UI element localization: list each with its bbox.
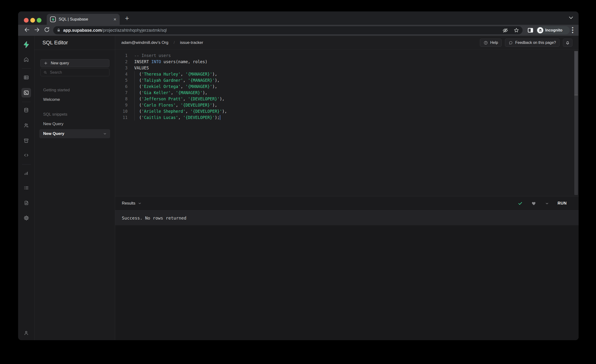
favorite-heart-icon[interactable] [531,201,536,206]
code-text[interactable]: ('Arielle Shepherd', '{DEVELOPER}'), [127,108,227,114]
code-line[interactable]: 9 ('Carlo Flores', '{DEVELOPER}'), [115,102,579,108]
code-text[interactable]: ('Taliyah Gardner', '{MANAGER}'), [127,77,220,83]
side-panel-icon[interactable] [527,27,534,33]
breadcrumb-project[interactable]: issue-tracker [180,40,203,45]
table-editor-icon[interactable] [22,73,31,82]
notifications-bell-button[interactable] [563,39,572,47]
chevron-down-icon[interactable] [103,132,107,136]
rail-divider [22,68,31,69]
supabase-logo-icon[interactable] [22,40,31,49]
sidebar-item-label: Welcome [43,97,60,102]
run-button[interactable]: RUN [558,201,567,206]
results-empty-area [115,225,579,340]
reports-icon[interactable] [22,169,31,178]
account-person-icon[interactable] [22,328,31,338]
edge-functions-icon[interactable] [22,150,31,160]
main-header: adam@windmill.dev's Org / issue-tracker … [115,36,579,50]
window-zoom-button[interactable] [37,18,41,23]
code-text[interactable]: ('Ezekiel Ortega', '{MANAGER}'), [127,83,217,90]
line-number: 2 [115,59,127,65]
password-hidden-icon[interactable] [502,27,508,33]
logs-icon[interactable] [22,183,31,193]
search-input[interactable] [50,70,106,74]
code-line[interactable]: 5 ('Taliyah Gardner', '{MANAGER}'), [115,77,579,83]
code-line[interactable]: 11 ('Caitlin Lucas', '{DEVELOPER}'); [115,114,579,121]
results-message-row: Success. No rows returned [115,210,579,225]
code-text[interactable]: ('Caitlin Lucas', '{DEVELOPER}'); [127,114,220,121]
code-text[interactable]: ('Carlo Flores', '{DEVELOPER}'), [127,102,217,108]
search-box[interactable] [40,68,109,76]
help-button[interactable]: Help [480,39,502,47]
help-button-label: Help [490,41,498,45]
url-text: app.supabase.com/project/azahtnhqohyjerz… [63,28,167,33]
code-line[interactable]: 3VALUES [115,65,579,71]
tab-strip: SQL | Supabase × + [18,11,579,25]
sql-code-editor[interactable]: 1-- Insert users2INSERT INTO users(name,… [115,50,579,196]
browser-tab[interactable]: SQL | Supabase × [47,14,120,25]
docs-icon[interactable] [22,198,31,208]
storage-icon[interactable] [22,136,31,145]
line-number: 11 [115,114,127,121]
line-number: 1 [115,52,127,59]
plus-icon [44,61,48,65]
sidebar-item-new-query[interactable]: New Query [35,119,115,129]
editor-scrollbar[interactable] [574,51,578,195]
line-number: 6 [115,83,127,90]
lock-icon [57,28,61,33]
code-text[interactable]: ('Theresa Hurley', '{MANAGER}'), [127,71,217,77]
line-number: 9 [115,102,127,108]
supabase-favicon-icon [50,16,56,22]
page-title: SQL Editor [42,40,68,46]
results-dropdown-label[interactable]: Results [122,201,135,206]
code-line[interactable]: 2INSERT INTO users(name, roles) [115,59,579,65]
code-text[interactable]: ('Gia Keller', '{MANAGER}'), [127,90,207,96]
code-text[interactable]: INSERT INTO users(name, roles) [127,59,207,65]
question-circle-icon [484,41,488,45]
sidebar-item-welcome[interactable]: Welcome [35,95,115,104]
line-number: 5 [115,77,127,83]
forward-button[interactable] [34,27,40,33]
code-text[interactable]: VALUES [127,65,149,71]
window-minimize-button[interactable] [30,18,35,23]
code-text[interactable]: ('Jefferson Pratt', '{DEVELOPER}'), [127,96,224,102]
tab-search-chevron-icon[interactable] [568,16,574,20]
new-query-button-label: New query [51,61,69,65]
code-text[interactable]: -- Insert users [127,52,171,59]
rail-divider [22,102,31,102]
chat-bubble-icon [508,41,513,45]
reload-button[interactable] [44,27,50,33]
sql-editor-icon[interactable] [22,88,31,97]
results-chevron-down-icon[interactable] [138,201,142,205]
incognito-icon [537,27,543,33]
run-options-chevron-icon[interactable] [545,201,549,206]
sidebar-item-label: New Query [43,122,63,126]
feedback-button-label: Feedback on this page? [515,41,556,45]
home-icon[interactable] [22,55,31,64]
editor-scrollbar-thumb[interactable] [574,51,578,95]
window-close-button[interactable] [24,18,29,23]
results-toolbar: Results RUN [115,196,579,210]
new-tab-button[interactable]: + [125,15,129,22]
code-line[interactable]: 10 ('Arielle Shepherd', '{DEVELOPER}'), [115,108,579,114]
code-line[interactable]: 8 ('Jefferson Pratt', '{DEVELOPER}'), [115,96,579,102]
new-query-button[interactable]: New query [40,59,109,67]
incognito-badge[interactable]: Incognito [536,26,570,34]
settings-gear-icon[interactable] [22,213,31,223]
code-line[interactable]: 6 ('Ezekiel Ortega', '{MANAGER}'), [115,83,579,90]
code-line[interactable]: 7 ('Gia Keller', '{MANAGER}'), [115,90,579,96]
sidebar-item-new-query-selected[interactable]: New Query [39,129,110,138]
code-line[interactable]: 4 ('Theresa Hurley', '{MANAGER}'), [115,71,579,77]
back-button[interactable] [24,27,30,33]
main-panel: adam@windmill.dev's Org / issue-tracker … [115,36,579,340]
auth-users-icon[interactable] [22,121,31,130]
browser-toolbar: app.supabase.com/project/azahtnhqohyjerz… [18,25,579,36]
breadcrumb-org[interactable]: adam@windmill.dev's Org [121,40,168,45]
code-line[interactable]: 1-- Insert users [115,52,579,59]
tab-close-icon[interactable]: × [113,17,116,22]
browser-menu-icon[interactable]: ••• [570,26,575,34]
url-bar[interactable]: app.supabase.com/project/azahtnhqohyjerz… [53,26,522,34]
feedback-button[interactable]: Feedback on this page? [505,39,559,47]
breadcrumb-separator: / [174,40,175,45]
database-icon[interactable] [22,105,31,115]
bookmark-star-icon[interactable] [514,27,519,33]
